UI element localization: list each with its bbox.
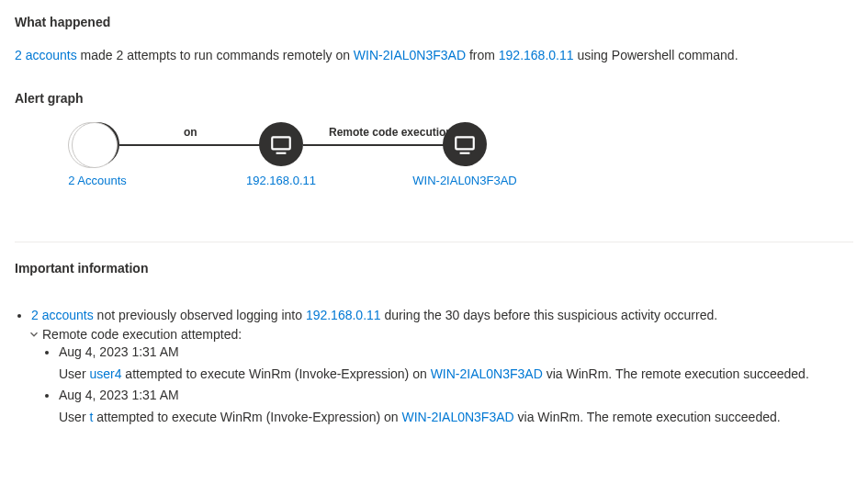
rce-expander[interactable]: Remote code execution attempted: [28,327,853,342]
event-post: via WinRm. The remote execution succeede… [543,366,809,381]
graph-edge-rce-label: Remote code execution [325,126,457,139]
info-accounts-link[interactable]: 2 accounts [31,308,94,322]
event-host-link[interactable]: WIN-2IAL0N3F3AD [431,366,543,381]
event-user-link[interactable]: user4 [89,366,121,381]
source-ip-link[interactable]: 192.168.0.11 [499,48,574,62]
event-timestamp: Aug 4, 2023 1:31 AM [59,344,179,359]
rce-attempted-label: Remote code execution attempted: [42,327,242,342]
graph-edge-on-label: on [180,126,201,139]
svg-point-0 [93,136,102,145]
accounts-link[interactable]: 2 accounts [15,48,77,62]
section-divider [15,242,853,242]
important-info-title: Important information [15,261,853,276]
desc-text-2: from [466,48,499,62]
graph-edge-rce [303,144,450,146]
graph-node-host-label[interactable]: WIN-2IAL0N3F3AD [410,174,520,187]
info-text-during: during the 30 days before this suspiciou… [381,308,718,322]
event-pre-host: attempted to execute WinRm (Invoke-Expre… [121,366,430,381]
graph-edge-on [119,144,266,146]
what-happened-title: What happened [15,15,853,29]
target-host-link[interactable]: WIN-2IAL0N3F3AD [354,48,466,62]
event-post: via WinRm. The remote execution succeede… [514,410,781,424]
event-timestamp: Aug 4, 2023 1:31 AM [59,388,179,402]
user-icon [75,122,119,166]
list-item: Aug 4, 2023 1:31 AM User t attempted to … [59,385,853,429]
info-ip-link[interactable]: 192.168.0.11 [306,308,381,322]
computer-icon [443,122,487,166]
graph-node-ip-label[interactable]: 192.168.0.11 [226,174,336,187]
event-host-link[interactable]: WIN-2IAL0N3F3AD [402,410,514,424]
info-item-accounts: 2 accounts not previously observed loggi… [31,305,853,327]
event-detail: User user4 attempted to execute WinRm (I… [59,364,853,386]
graph-node-accounts[interactable]: 2 Accounts [42,122,152,187]
desc-text-1: made 2 attempts to run commands remotely… [77,48,354,62]
rce-events-list: Aug 4, 2023 1:31 AM User user4 attempted… [59,342,853,429]
event-detail: User t attempted to execute WinRm (Invok… [59,407,853,429]
computer-icon [259,122,303,166]
event-pre-user: User [59,366,89,381]
event-pre-host: attempted to execute WinRm (Invoke-Expre… [93,410,401,424]
info-text-logging: not previously observed logging into [94,308,306,322]
graph-node-ip[interactable]: 192.168.0.11 [226,122,336,187]
desc-text-3: using Powershell command. [574,48,738,62]
graph-node-accounts-label[interactable]: 2 Accounts [42,174,152,187]
svg-rect-1 [272,137,290,149]
alert-graph-title: Alert graph [15,91,853,106]
what-happened-description: 2 accounts made 2 attempts to run comman… [15,46,853,65]
alert-graph: on Remote code execution 2 Accounts 192.… [51,122,853,214]
list-item: Aug 4, 2023 1:31 AM User user4 attempted… [59,342,853,386]
important-info-list: 2 accounts not previously observed loggi… [31,305,853,327]
event-pre-user: User [59,410,89,424]
chevron-down-icon [28,328,40,341]
svg-rect-2 [456,137,474,149]
